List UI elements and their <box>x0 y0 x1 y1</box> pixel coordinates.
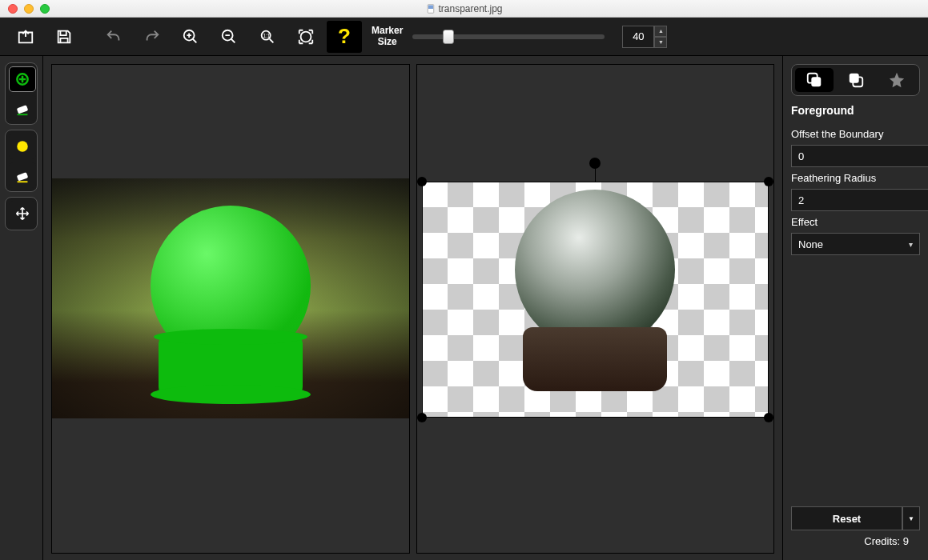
reset-button[interactable]: Reset <box>791 506 902 530</box>
svg-rect-12 <box>18 181 28 182</box>
effect-value: None <box>798 238 823 250</box>
zoom-fit-button[interactable] <box>288 21 323 53</box>
svg-rect-14 <box>811 77 821 86</box>
crop-handle-tl[interactable] <box>417 177 427 186</box>
svg-rect-1 <box>428 5 432 9</box>
help-button[interactable]: ? <box>327 21 362 53</box>
marker-size-input[interactable] <box>622 26 654 48</box>
zoom-in-button[interactable] <box>173 21 208 53</box>
zoom-out-button[interactable] <box>211 21 247 53</box>
credits-label: Credits: 9 <box>791 530 920 552</box>
feather-label: Feathering Radius <box>791 172 920 184</box>
window-maximize-button[interactable] <box>40 4 50 14</box>
window-minimize-button[interactable] <box>24 4 34 14</box>
tab-foreground[interactable] <box>795 68 834 92</box>
crop-handle-tr[interactable] <box>764 177 773 186</box>
properties-panel: Foreground Offset the Boundary ▲ ▼ Feath… <box>782 56 928 560</box>
undo-button[interactable] <box>96 21 131 53</box>
erase-yellow-tool[interactable] <box>9 162 36 188</box>
offset-input[interactable] <box>791 145 928 167</box>
save-button[interactable] <box>46 21 82 53</box>
rotation-handle[interactable] <box>589 158 601 169</box>
tab-background[interactable] <box>837 68 875 92</box>
document-icon <box>425 4 435 14</box>
svg-rect-8 <box>17 105 29 114</box>
feather-input[interactable] <box>791 189 928 211</box>
marker-size-step-up[interactable]: ▲ <box>654 26 667 37</box>
window-title-text: transparent.jpg <box>438 3 502 14</box>
move-tool[interactable] <box>9 201 36 226</box>
effect-select[interactable]: None <box>791 233 920 255</box>
erase-green-tool[interactable] <box>9 95 36 121</box>
left-tool-strip <box>0 56 43 560</box>
top-toolbar: 1:1 ? Marker Size ▲ ▼ <box>0 18 928 56</box>
marker-size-slider[interactable] <box>412 34 605 39</box>
title-bar: transparent.jpg <box>0 0 928 18</box>
crop-area[interactable] <box>422 182 769 418</box>
source-canvas[interactable] <box>51 64 410 554</box>
marker-size-step-down[interactable]: ▼ <box>654 37 667 48</box>
window-title: transparent.jpg <box>425 3 502 14</box>
help-icon: ? <box>338 24 351 49</box>
crop-handle-br[interactable] <box>764 413 773 422</box>
traffic-lights <box>0 4 50 14</box>
marker-size-value: ▲ ▼ <box>622 26 667 48</box>
canvas-area <box>43 56 782 560</box>
svg-point-6 <box>301 31 311 42</box>
panel-heading: Foreground <box>791 104 920 117</box>
effect-label: Effect <box>791 216 920 228</box>
tab-favorites[interactable] <box>878 68 916 92</box>
svg-text:1:1: 1:1 <box>263 32 271 38</box>
open-button[interactable] <box>8 21 43 53</box>
main-area: Foreground Offset the Boundary ▲ ▼ Feath… <box>0 56 928 560</box>
slider-handle[interactable] <box>443 30 454 44</box>
add-marker-tool[interactable] <box>9 66 36 92</box>
offset-label: Offset the Boundary <box>791 128 920 140</box>
yellow-marker-tool[interactable] <box>9 134 36 159</box>
marker-size-label: Marker Size <box>372 26 403 46</box>
crop-handle-bl[interactable] <box>417 413 427 422</box>
window-close-button[interactable] <box>8 4 18 14</box>
preview-canvas[interactable] <box>416 64 775 554</box>
reset-dropdown[interactable]: ▼ <box>902 506 920 530</box>
svg-point-10 <box>17 141 28 152</box>
crop-border <box>422 182 769 418</box>
zoom-actual-button[interactable]: 1:1 <box>250 21 285 53</box>
redo-button[interactable] <box>135 21 170 53</box>
panel-tabs <box>791 64 920 96</box>
svg-rect-9 <box>18 114 28 115</box>
svg-rect-11 <box>17 172 29 181</box>
